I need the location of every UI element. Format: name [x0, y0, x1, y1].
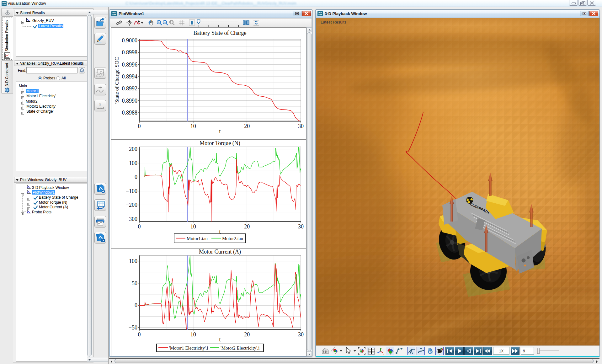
svg-text:x: x — [383, 353, 384, 355]
svg-text:−200: −200 — [126, 202, 137, 208]
svg-text:−50: −50 — [129, 324, 137, 331]
svg-text:0: 0 — [135, 174, 137, 180]
svg-text:Battery State of Charge: Battery State of Charge — [193, 30, 246, 36]
svg-text:'Motor1 Electricity'.i: 'Motor1 Electricity'.i — [169, 345, 208, 351]
svg-text:y: y — [381, 347, 382, 349]
svg-text:0.8990: 0.8990 — [122, 98, 138, 104]
svg-text:20: 20 — [244, 123, 250, 129]
svg-text:−300: −300 — [126, 216, 137, 222]
svg-text:0.8994: 0.8994 — [122, 73, 138, 80]
svg-text:30: 30 — [298, 331, 304, 338]
svg-text:30: 30 — [298, 223, 304, 230]
svg-text:10: 10 — [190, 223, 196, 230]
svg-text:Motor Torque (N): Motor Torque (N) — [200, 140, 240, 147]
svg-text:0: 0 — [135, 302, 137, 308]
svg-text:0.9000: 0.9000 — [122, 37, 138, 44]
svg-text:0: 0 — [138, 123, 141, 129]
svg-text:100: 100 — [129, 258, 137, 264]
svg-text:0: 0 — [138, 223, 141, 230]
svg-text:t: t — [219, 128, 221, 134]
svg-text:SIM: SIM — [318, 13, 322, 16]
svg-text:'Motor2 Electricity'.i: 'Motor2 Electricity'.i — [221, 345, 260, 351]
svg-text:−100: −100 — [126, 188, 137, 194]
svg-text:0: 0 — [138, 331, 141, 338]
svg-text:0.8998: 0.8998 — [122, 49, 138, 56]
svg-text:x: x — [99, 102, 101, 106]
svg-text:SIM: SIM — [2, 3, 6, 6]
svg-text:50: 50 — [132, 280, 137, 286]
svg-text:10: 10 — [190, 123, 196, 129]
svg-text:Motor1.tau: Motor1.tau — [187, 236, 208, 241]
svg-text:200: 200 — [129, 146, 137, 152]
svg-text:20: 20 — [244, 331, 250, 338]
svg-text:0.8992: 0.8992 — [122, 85, 138, 92]
svg-text:Motor Current (A): Motor Current (A) — [199, 249, 241, 255]
svg-text:Motor2.tau: Motor2.tau — [222, 236, 243, 241]
svg-text:0.8996: 0.8996 — [122, 62, 138, 68]
svg-text:z: z — [377, 351, 378, 353]
svg-text:100: 100 — [129, 160, 137, 166]
svg-text:t: t — [219, 336, 221, 343]
svg-text:30: 30 — [298, 123, 304, 129]
svg-text:20: 20 — [244, 223, 250, 230]
svg-text:0.8988: 0.8988 — [122, 110, 138, 116]
svg-text:10: 10 — [190, 331, 196, 338]
svg-text:SIM: SIM — [112, 13, 116, 16]
